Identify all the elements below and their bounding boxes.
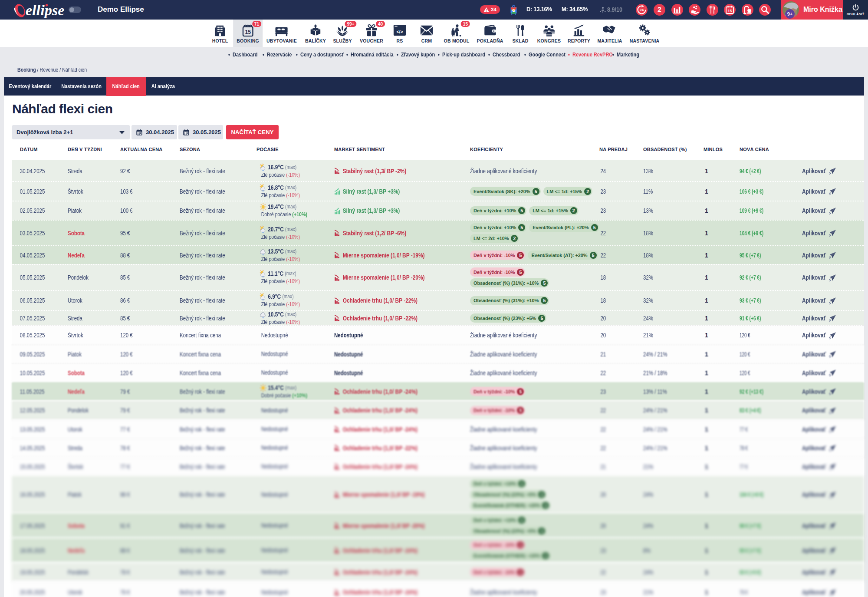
svg-text:15: 15 xyxy=(727,9,732,13)
svg-text:24: 24 xyxy=(639,7,644,12)
svg-text:</>: </> xyxy=(397,30,403,34)
svg-text:2: 2 xyxy=(658,6,661,13)
svg-text:ellipse: ellipse xyxy=(26,2,64,18)
svg-text:G: G xyxy=(512,8,515,13)
svg-text:15: 15 xyxy=(245,29,251,35)
